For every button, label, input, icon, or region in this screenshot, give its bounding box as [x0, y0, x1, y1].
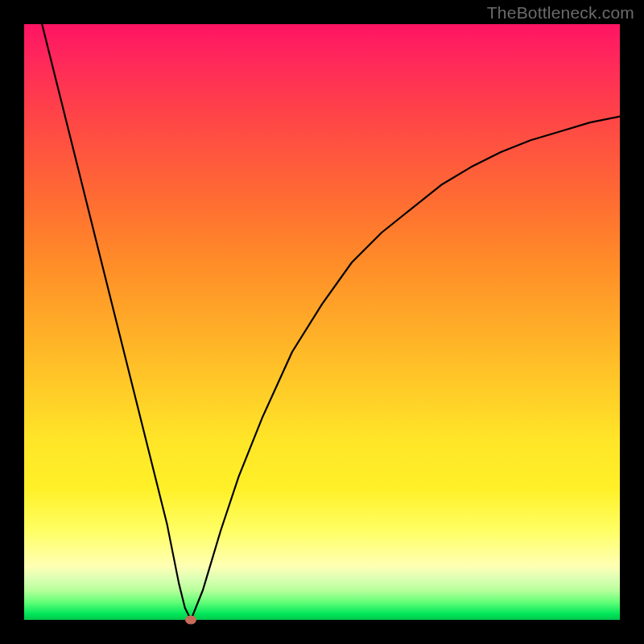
watermark-text: TheBottleneck.com: [487, 3, 634, 23]
minimum-marker-dot: [185, 616, 196, 625]
bottleneck-curve: [24, 24, 620, 620]
plot-area: [24, 24, 620, 620]
curve-path: [42, 24, 620, 620]
chart-frame: TheBottleneck.com: [0, 0, 644, 644]
